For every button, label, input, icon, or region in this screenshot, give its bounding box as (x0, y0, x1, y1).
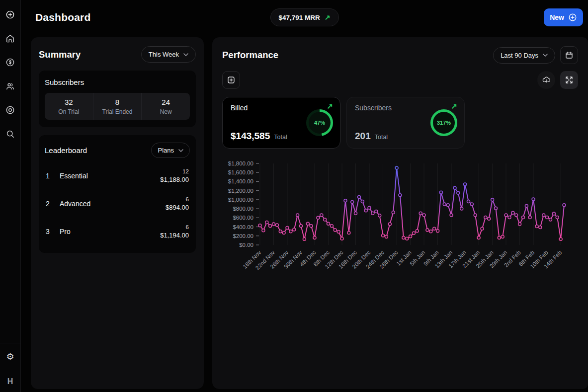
target-icon (5, 105, 15, 115)
summary-title: Summary (39, 49, 81, 60)
performance-chart: 18th Nov22nd Nov26th Nov30th Nov4th Dec8… (222, 157, 570, 288)
svg-text:$1,400.00: $1,400.00 (228, 178, 253, 184)
leaderboard-card: Leaderboard Plans 1 Essential 12 $1,188.… (39, 135, 196, 253)
subscribers-stats: 32 On Trial 8 Trial Ended 24 New (45, 93, 190, 120)
leaderboard-rows: 1 Essential 12 $1,188.00 2 Advanced 6 $8… (45, 162, 190, 245)
sidebar-item-home[interactable] (4, 32, 17, 45)
row-amount: $1,188.00 (160, 176, 189, 183)
metric-card-subscribers[interactable]: Subscribers ↗ 201 Total 317% (346, 97, 465, 149)
metric-value: $143,585 (231, 131, 270, 142)
stat-label: On Trial (45, 108, 93, 115)
calendar-icon (565, 51, 574, 60)
svg-text:$1,600.00: $1,600.00 (228, 169, 253, 175)
sidebar-item-customers[interactable] (4, 79, 17, 92)
chevron-down-icon (183, 53, 188, 56)
mrr-badge[interactable]: $47,791 MRR ↗ (270, 8, 338, 26)
svg-text:$400.00: $400.00 (233, 224, 253, 230)
download-button[interactable] (537, 71, 555, 89)
content: Summary This Week Subscribers 32 On Tria… (31, 37, 588, 389)
expand-button[interactable] (560, 71, 578, 89)
search-icon (5, 129, 15, 139)
metric-suffix: Total (274, 134, 287, 141)
svg-text:$1,000.00: $1,000.00 (228, 197, 253, 203)
performance-panel: Performance Last 90 Days (212, 37, 588, 389)
trend-up-icon: ↗ (327, 102, 333, 111)
svg-text:$200.00: $200.00 (233, 233, 253, 239)
sidebar-item-settings[interactable]: ⚙ (4, 350, 17, 363)
sidebar-item-search[interactable] (4, 127, 17, 140)
row-metrics: 6 $1,194.00 (160, 224, 189, 239)
expand-icon (565, 76, 574, 84)
svg-text:$1,200.00: $1,200.00 (228, 188, 253, 194)
performance-title: Performance (222, 50, 278, 61)
progress-ring-label: 317% (433, 112, 455, 134)
metric-card-billed[interactable]: Billed ↗ $143,585 Total 47% (222, 97, 340, 149)
progress-ring-label: 47% (309, 112, 331, 134)
metric-suffix: Total (375, 134, 388, 141)
add-widget-button[interactable] (222, 71, 240, 89)
chevron-down-icon (543, 54, 548, 57)
gear-icon: ⚙ (6, 352, 14, 361)
avatar[interactable]: H (7, 377, 13, 386)
row-amount: $1,194.00 (160, 232, 189, 239)
stat-new: 24 New (142, 93, 190, 120)
row-plan-name: Advanced (60, 200, 90, 208)
row-count: 6 (166, 196, 189, 202)
chart-area: 18th Nov22nd Nov26th Nov30th Nov4th Dec8… (222, 157, 578, 288)
performance-toolbar (222, 71, 578, 89)
leaderboard-filter-dropdown[interactable]: Plans (151, 143, 190, 158)
stat-on-trial: 32 On Trial (45, 93, 93, 120)
app-shell: Dashboard $47,791 MRR ↗ New Summary This… (21, 0, 588, 392)
progress-ring: 47% (306, 109, 333, 136)
sidebar-bottom: ⚙ H (0, 343, 20, 386)
svg-text:$1,800.00: $1,800.00 (228, 160, 253, 166)
metric-cards: Billed ↗ $143,585 Total 47% Subscribers … (222, 97, 578, 149)
page-title: Dashboard (35, 11, 91, 23)
sidebar-item-goals[interactable] (4, 103, 17, 116)
row-rank: 3 (46, 228, 60, 235)
performance-period-dropdown[interactable]: Last 90 Days (493, 47, 555, 64)
row-amount: $894.00 (166, 204, 189, 211)
svg-text:$600.00: $600.00 (233, 215, 253, 221)
row-plan-name: Essential (60, 172, 88, 180)
header: Dashboard $47,791 MRR ↗ New (21, 0, 588, 35)
stat-value: 32 (45, 98, 93, 106)
add-circle-icon (5, 10, 15, 19)
chevron-down-icon (178, 149, 183, 152)
plus-square-icon (227, 76, 236, 84)
trend-up-icon: ↗ (325, 13, 331, 21)
sidebar-add-button[interactable] (4, 8, 17, 21)
row-metrics: 12 $1,188.00 (160, 168, 189, 183)
leaderboard-row[interactable]: 2 Advanced 6 $894.00 (45, 190, 190, 218)
leaderboard-title: Leaderboard (45, 146, 87, 155)
summary-period-label: This Week (149, 51, 179, 58)
leaderboard-row[interactable]: 3 Pro 6 $1,194.00 (45, 218, 190, 245)
stat-value: 24 (142, 98, 190, 106)
progress-ring: 317% (430, 109, 457, 136)
plus-circle-icon (568, 13, 577, 22)
sidebar: ⚙ H (0, 0, 21, 392)
trend-up-icon: ↗ (451, 102, 457, 111)
summary-panel: Summary This Week Subscribers 32 On Tria… (31, 37, 204, 389)
row-metrics: 6 $894.00 (166, 196, 189, 211)
svg-text:$800.00: $800.00 (233, 206, 253, 212)
home-icon (5, 34, 15, 43)
subscribers-card-title: Subscribers (45, 78, 190, 86)
row-rank: 1 (46, 172, 60, 180)
dollar-circle-icon (5, 58, 15, 67)
row-count: 12 (160, 168, 189, 174)
subscribers-card: Subscribers 32 On Trial 8 Trial Ended 24… (39, 71, 196, 127)
metric-value: 201 (355, 131, 371, 142)
sidebar-item-billing[interactable] (4, 56, 17, 69)
mrr-value: $47,791 MRR (278, 14, 320, 21)
leaderboard-row[interactable]: 1 Essential 12 $1,188.00 (45, 162, 190, 190)
row-count: 6 (160, 224, 189, 230)
calendar-button[interactable] (560, 46, 578, 64)
stat-value: 8 (93, 98, 142, 106)
users-icon (5, 81, 15, 91)
svg-text:$0.00: $0.00 (239, 242, 253, 248)
summary-period-dropdown[interactable]: This Week (141, 46, 196, 63)
stat-label: Trial Ended (93, 108, 142, 115)
performance-period-label: Last 90 Days (501, 52, 538, 59)
new-button[interactable]: New (544, 8, 583, 26)
